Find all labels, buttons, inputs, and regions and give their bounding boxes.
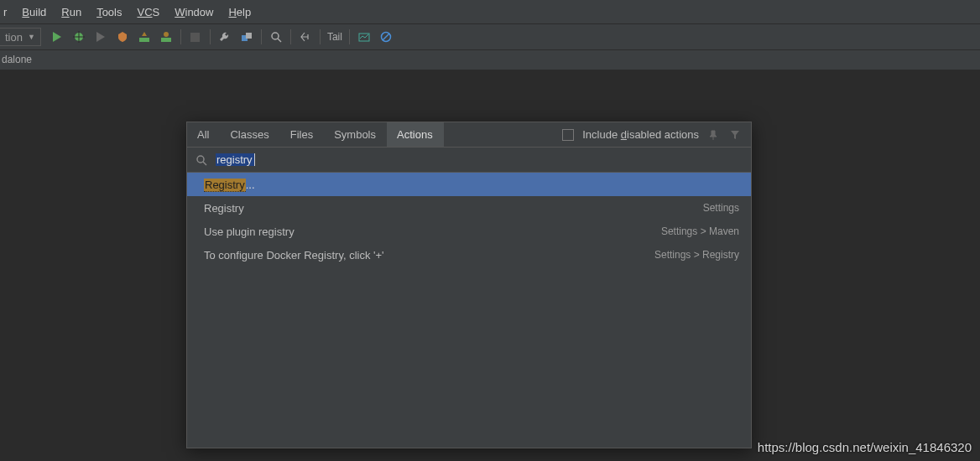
result-row[interactable]: Use plugin registry Settings > Maven bbox=[187, 220, 751, 243]
debug-button[interactable] bbox=[68, 27, 90, 47]
results-list: Registry... Registry Settings Use plugin… bbox=[187, 173, 751, 448]
result-label: Registry bbox=[204, 202, 244, 215]
chevron-down-icon: ▼ bbox=[28, 33, 35, 41]
svg-rect-4 bbox=[161, 38, 171, 42]
result-location: Settings > Registry bbox=[654, 249, 739, 261]
jrebel-run-button[interactable] bbox=[133, 27, 155, 47]
search-everywhere-popup: All Classes Files Symbols Actions Includ… bbox=[186, 122, 752, 448]
toolbar-separator bbox=[210, 29, 211, 44]
menu-item-vcs[interactable]: VCS bbox=[137, 6, 159, 18]
svg-rect-8 bbox=[246, 33, 252, 39]
menu-item-help[interactable]: Help bbox=[228, 6, 251, 18]
result-row[interactable]: Registry Settings bbox=[187, 196, 751, 220]
toolbar: tion ▼ Tail bbox=[0, 23, 980, 50]
result-label: To configure Docker Registry, click '+' bbox=[204, 249, 384, 262]
search-input-row: registry bbox=[187, 148, 751, 173]
block-icon[interactable] bbox=[375, 27, 397, 47]
monitor-icon[interactable] bbox=[353, 27, 375, 47]
search-icon bbox=[195, 154, 207, 166]
include-disabled-label: Include disabled actions bbox=[582, 128, 699, 141]
menu-item-tools[interactable]: Tools bbox=[96, 6, 122, 18]
tab-all[interactable]: All bbox=[187, 122, 220, 147]
pin-icon[interactable] bbox=[707, 129, 721, 141]
tail-button[interactable]: Tail bbox=[327, 31, 342, 43]
toolbar-separator bbox=[349, 29, 350, 44]
toolbar-separator bbox=[261, 29, 262, 44]
toolbar-separator bbox=[180, 29, 181, 44]
svg-point-9 bbox=[272, 33, 279, 39]
popup-header-right: Include disabled actions bbox=[562, 128, 751, 141]
stop-button[interactable] bbox=[185, 27, 206, 47]
result-label: Registry... bbox=[204, 179, 255, 191]
menu-item-1[interactable]: r bbox=[3, 6, 7, 18]
svg-line-15 bbox=[203, 162, 206, 165]
svg-rect-3 bbox=[139, 38, 149, 42]
tab-symbols[interactable]: Symbols bbox=[324, 122, 387, 147]
coverage-button[interactable] bbox=[112, 27, 133, 47]
menu-item-build[interactable]: Build bbox=[22, 6, 46, 18]
svg-rect-6 bbox=[190, 33, 200, 42]
run-config-selector[interactable]: tion ▼ bbox=[0, 28, 41, 46]
tab-actions[interactable]: Actions bbox=[387, 122, 444, 147]
search-input[interactable]: registry bbox=[216, 153, 255, 166]
svg-point-5 bbox=[164, 32, 169, 37]
menu-item-window[interactable]: Window bbox=[175, 6, 213, 18]
result-location: Settings bbox=[703, 202, 739, 214]
toolbar-separator bbox=[320, 29, 321, 44]
project-structure-icon[interactable] bbox=[236, 27, 258, 47]
watermark: https://blog.csdn.net/weixin_41846320 bbox=[758, 440, 972, 454]
wrench-icon[interactable] bbox=[214, 27, 236, 47]
jrebel-debug-button[interactable] bbox=[155, 27, 177, 47]
result-row[interactable]: To configure Docker Registry, click '+' … bbox=[187, 243, 751, 267]
menu-item-run[interactable]: Run bbox=[61, 6, 81, 18]
tab-files[interactable]: Files bbox=[280, 122, 324, 147]
run-button[interactable] bbox=[46, 27, 68, 47]
svg-point-14 bbox=[197, 156, 204, 163]
run-dim-button[interactable] bbox=[90, 27, 112, 47]
menubar: r Build Run Tools VCS Window Help bbox=[0, 0, 980, 23]
svg-line-13 bbox=[383, 34, 389, 40]
run-config-label: tion bbox=[5, 31, 23, 44]
result-label: Use plugin registry bbox=[204, 225, 295, 238]
tab-classes[interactable]: Classes bbox=[220, 122, 279, 147]
back-icon[interactable] bbox=[295, 27, 316, 47]
result-row[interactable]: Registry... bbox=[187, 173, 751, 196]
include-disabled-checkbox[interactable] bbox=[562, 129, 574, 141]
svg-line-10 bbox=[278, 39, 281, 42]
breadcrumb: dalone bbox=[0, 50, 980, 70]
filter-icon[interactable] bbox=[729, 129, 743, 141]
popup-header: All Classes Files Symbols Actions Includ… bbox=[187, 122, 751, 148]
search-icon[interactable] bbox=[265, 27, 287, 47]
popup-tabs: All Classes Files Symbols Actions bbox=[187, 122, 444, 147]
result-location: Settings > Maven bbox=[661, 225, 739, 237]
toolbar-separator bbox=[290, 29, 291, 44]
